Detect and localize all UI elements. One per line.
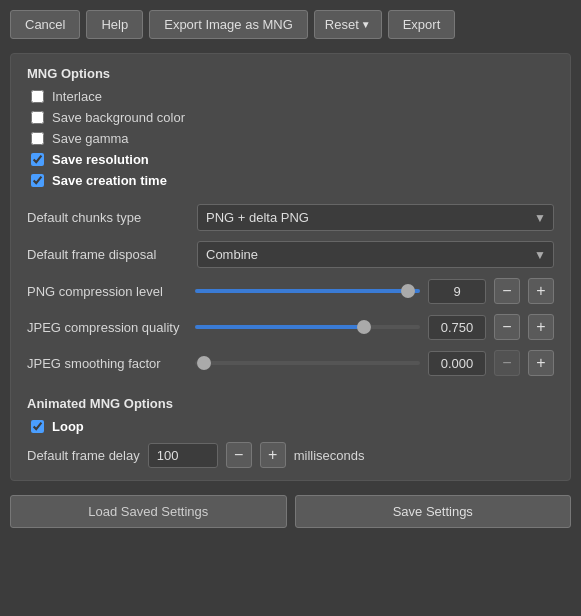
delay-minus[interactable]: −: [226, 442, 252, 468]
save-creation-time-label[interactable]: Save creation time: [52, 173, 167, 188]
save-resolution-checkbox[interactable]: [31, 153, 44, 166]
animated-mng-section: Animated MNG Options Loop Default frame …: [27, 396, 554, 468]
save-bg-color-label[interactable]: Save background color: [52, 110, 185, 125]
jpeg-quality-thumb[interactable]: [357, 320, 371, 334]
reset-label: Reset: [325, 17, 359, 32]
delay-unit: milliseconds: [294, 448, 365, 463]
jpeg-smoothing-row: JPEG smoothing factor − +: [27, 350, 554, 376]
jpeg-quality-plus[interactable]: +: [528, 314, 554, 340]
loop-row: Loop: [27, 419, 554, 434]
png-compression-label: PNG compression level: [27, 284, 187, 299]
bottom-buttons: Load Saved Settings Save Settings: [10, 495, 571, 528]
panel-title: MNG Options: [27, 66, 554, 81]
save-bg-color-checkbox[interactable]: [31, 111, 44, 124]
png-compression-row: PNG compression level − +: [27, 278, 554, 304]
save-gamma-row: Save gamma: [27, 131, 554, 146]
png-compression-plus[interactable]: +: [528, 278, 554, 304]
mng-options-panel: MNG Options Interlace Save background co…: [10, 53, 571, 481]
jpeg-quality-value[interactable]: [428, 315, 486, 340]
default-chunks-type-row: Default chunks type PNG + delta PNG PNG …: [27, 204, 554, 231]
cancel-button[interactable]: Cancel: [10, 10, 80, 39]
save-creation-time-checkbox[interactable]: [31, 174, 44, 187]
save-resolution-row: Save resolution: [27, 152, 554, 167]
default-frame-disposal-label: Default frame disposal: [27, 247, 187, 262]
jpeg-smoothing-minus[interactable]: −: [494, 350, 520, 376]
toolbar: Cancel Help Export Image as MNG Reset ▼ …: [10, 10, 571, 39]
jpeg-smoothing-thumb[interactable]: [197, 356, 211, 370]
interlace-label[interactable]: Interlace: [52, 89, 102, 104]
jpeg-smoothing-value[interactable]: [428, 351, 486, 376]
jpeg-smoothing-plus[interactable]: +: [528, 350, 554, 376]
default-chunks-type-label: Default chunks type: [27, 210, 187, 225]
jpeg-quality-label: JPEG compression quality: [27, 320, 187, 335]
default-chunks-type-select-wrap: PNG + delta PNG PNG JNG delta PNG ▼: [197, 204, 554, 231]
png-compression-value[interactable]: [428, 279, 486, 304]
default-chunks-type-select[interactable]: PNG + delta PNG PNG JNG delta PNG: [197, 204, 554, 231]
jpeg-quality-minus[interactable]: −: [494, 314, 520, 340]
save-resolution-label[interactable]: Save resolution: [52, 152, 149, 167]
loop-label[interactable]: Loop: [52, 419, 84, 434]
export-button[interactable]: Export: [388, 10, 456, 39]
delay-label: Default frame delay: [27, 448, 140, 463]
export-mng-button[interactable]: Export Image as MNG: [149, 10, 308, 39]
delay-plus[interactable]: +: [260, 442, 286, 468]
save-creation-time-row: Save creation time: [27, 173, 554, 188]
save-gamma-label[interactable]: Save gamma: [52, 131, 129, 146]
help-button[interactable]: Help: [86, 10, 143, 39]
jpeg-smoothing-label: JPEG smoothing factor: [27, 356, 187, 371]
png-compression-minus[interactable]: −: [494, 278, 520, 304]
jpeg-quality-row: JPEG compression quality − +: [27, 314, 554, 340]
interlace-row: Interlace: [27, 89, 554, 104]
chevron-down-icon: ▼: [361, 19, 371, 30]
default-frame-disposal-select[interactable]: Combine Replace None: [197, 241, 554, 268]
delay-input[interactable]: [148, 443, 218, 468]
png-compression-thumb[interactable]: [401, 284, 415, 298]
animated-section-title: Animated MNG Options: [27, 396, 554, 411]
interlace-checkbox[interactable]: [31, 90, 44, 103]
save-bg-color-row: Save background color: [27, 110, 554, 125]
load-saved-settings-button[interactable]: Load Saved Settings: [10, 495, 287, 528]
loop-checkbox[interactable]: [31, 420, 44, 433]
save-settings-button[interactable]: Save Settings: [295, 495, 572, 528]
default-frame-disposal-select-wrap: Combine Replace None ▼: [197, 241, 554, 268]
reset-button[interactable]: Reset ▼: [314, 10, 382, 39]
save-gamma-checkbox[interactable]: [31, 132, 44, 145]
default-frame-disposal-row: Default frame disposal Combine Replace N…: [27, 241, 554, 268]
delay-row: Default frame delay − + milliseconds: [27, 442, 554, 468]
